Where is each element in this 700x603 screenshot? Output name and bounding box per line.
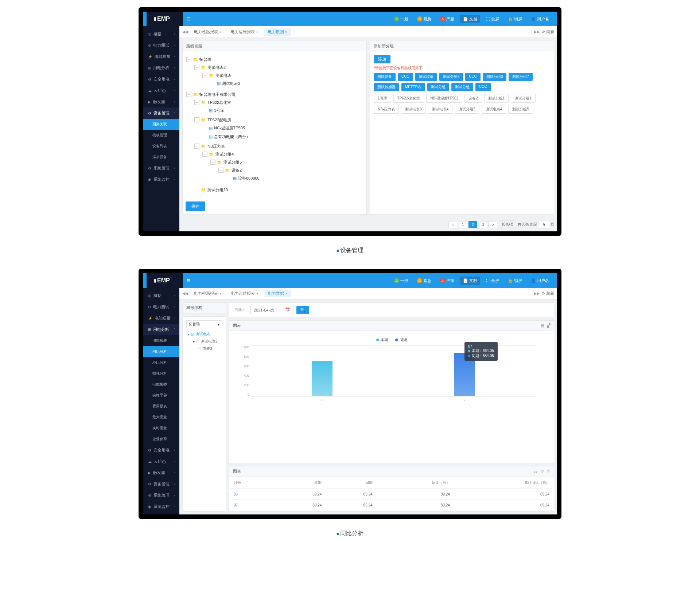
device-tag[interactable]: NB-温湿度TP502 [426,94,462,103]
sidebar-item-电能质量[interactable]: ⚡电能质量‹ [143,51,179,62]
sidebar-subitem-用能报表[interactable]: 用能报表 [143,335,179,346]
goto-page-input[interactable] [539,221,549,228]
device-tag[interactable]: 测试分组7 [509,73,533,81]
tree-node[interactable]: −📁测试电表 [202,72,363,79]
expand-toggle-icon[interactable]: − [186,92,191,97]
tab-电力数据[interactable]: 电力数据× [264,290,291,297]
expand-toggle-icon[interactable]: − [202,73,207,78]
legend-item[interactable]: 本期 [376,337,388,342]
sidebar-subitem-添加设备[interactable]: 添加设备 [143,152,179,163]
device-tag[interactable]: 测试分组 [451,83,473,91]
sidebar-subitem-回路关联[interactable]: 回路关联 [143,119,179,130]
sidebar-subitem-实时需量[interactable]: 实时需量 [143,423,179,434]
tree-node[interactable]: ▤1号库 [202,107,363,114]
close-icon[interactable]: × [219,30,221,34]
sidebar-item-电力测试[interactable]: ⊙电力测试‹ [143,40,179,51]
table-row[interactable]: 0789.2489.2489.2489.24 [230,500,553,510]
device-tag[interactable]: 测试分组5 [455,105,479,114]
tree-node[interactable]: −📁设备2 [218,167,363,174]
alert-level-严重[interactable]: ⚠严重 [437,277,457,285]
device-tag[interactable]: TP622-老化室 [393,94,424,103]
sidebar-item-安全用电[interactable]: ⚙安全用电‹ [143,74,179,85]
tree-node[interactable]: −📁测试分组4 [202,150,363,158]
sidebar-subitem-损耗分析[interactable]: 损耗分析 [143,368,179,379]
alert-level-一般[interactable]: ⚠一般 [391,15,411,23]
tabs-next-icon[interactable]: ▶▶ [534,30,540,34]
topbar-action-全屏[interactable]: ⛶全屏 [483,277,502,285]
tabs-next-icon[interactable]: ▶▶ [534,291,540,296]
tabs-prev-icon[interactable]: ◀◀ [182,30,188,34]
topbar-action-全屏[interactable]: ⛶全屏 [483,15,502,23]
device-tag[interactable]: 测试分组 [427,83,449,91]
sidebar-subitem-设备列表[interactable]: 设备列表 [143,141,179,152]
tree-node[interactable]: −📁测试分组5 [210,158,363,166]
topbar-action-锁屏[interactable]: 🔒锁屏 [505,15,525,23]
topbar-action-锁屏[interactable]: 🔒锁屏 [505,277,525,285]
expand-toggle-icon[interactable]: − [194,100,199,105]
tree-node[interactable]: 📁测试分组10 [194,186,363,193]
sidebar-item-概括[interactable]: ◎概括‹ [143,28,179,40]
device-tag[interactable]: 测试分组5 [508,105,533,114]
settings-icon[interactable]: ⚙ [540,469,544,474]
tab-电力运维报表[interactable]: 电力运维报表× [227,290,262,297]
expand-toggle-icon[interactable]: − [194,144,199,149]
sidebar-subitem-同比分析[interactable]: 同比分析 [143,346,179,357]
tab-电力数据[interactable]: 电力数据× [264,28,291,36]
tree-node[interactable]: −📁拓普瑞电子有限公司 [186,91,363,98]
sidebar-subitem-模板管理[interactable]: 模板管理 [143,130,179,141]
expand-toggle-icon[interactable]: − [194,65,199,70]
sidebar-item-云组态[interactable]: ☁云组态‹ [143,456,179,467]
checkbox-icon[interactable]: ☐ [196,340,199,344]
device-tag[interactable]: CCC [465,73,481,81]
close-icon[interactable]: × [285,292,287,295]
close-icon[interactable]: × [256,30,258,34]
sidebar-item-触发器[interactable]: ▶触发器‹ [143,467,179,478]
expand-toggle-icon[interactable]: − [210,160,215,165]
page-number-button[interactable]: 3 [479,221,487,228]
menu-toggle-icon[interactable]: ≡ [187,15,191,23]
sidebar-subitem-企业负荷[interactable]: 企业负荷 [143,434,179,445]
sidebar-item-电能质量[interactable]: ⚡电能质量‹ [143,313,179,324]
save-button[interactable]: 保存 [186,201,205,211]
sidebar-item-用电分析[interactable]: ⊞用电分析‹ [143,62,179,74]
topbar-action-文档[interactable]: 📄文档 [460,15,480,23]
expand-toggle-icon[interactable]: − [218,168,223,173]
alert-level-紧急[interactable]: ⚠紧急 [414,277,434,285]
tree-item-电表3[interactable]: ☐ 电表3 [186,345,222,352]
tab-电力检温报表[interactable]: 电力检温报表× [190,290,225,297]
tree-node[interactable]: −📁测试电表2 [194,64,363,71]
topbar-action-文档[interactable]: 📄文档 [460,277,480,285]
page-number-button[interactable]: 1 [459,221,467,228]
topbar-action-用户名[interactable]: 👤用户名 [528,277,552,285]
sidebar-item-系统监控[interactable]: ◉系统监控‹ [143,501,179,512]
table-columns-icon[interactable]: ☷ [534,469,537,474]
export-icon[interactable]: ⇱ [547,469,550,474]
page-prev-button[interactable]: < [448,221,457,228]
device-tag[interactable]: NB-压力表 [374,105,399,114]
device-tag[interactable]: 测试电表4 [428,105,453,114]
device-tag[interactable]: 测试设备 [374,73,396,81]
device-tag[interactable]: 测试分组1 [511,94,536,103]
tree-node[interactable]: −📁NB压力表 [194,142,363,150]
tree-item-测试电表2[interactable]: ▾☐ 测试电表2 [186,338,222,345]
tree-node[interactable]: ▤总有功电能（两台） [202,133,363,140]
page-number-button[interactable]: 2 [468,221,477,228]
root-selector[interactable]: 拓普瑞▾ [186,320,222,328]
sidebar-subitem-环比分析[interactable]: 环比分析 [143,357,179,368]
device-tag[interactable]: 测试电表4 [482,105,506,114]
alert-level-严重[interactable]: ⚠严重 [437,15,457,23]
date-input[interactable]: 2021-04-29 📅 [250,306,293,314]
sidebar-item-系统管理[interactable]: ⚙系统管理‹ [143,490,179,501]
tree-node[interactable]: ▤NC-温湿度TP505 [202,124,363,132]
device-tag[interactable]: CCC [475,83,491,91]
device-tag[interactable]: 测试电表3 [401,105,426,114]
sidebar-item-用电分析[interactable]: ⊞用电分析˅ [143,324,179,335]
tree-node[interactable]: ▤测试电表3 [210,80,363,87]
line-chart-icon[interactable]: ▞ [547,323,550,328]
refresh-button[interactable]: ⟳ 刷新 [542,291,554,296]
tabs-prev-icon[interactable]: ◀◀ [182,291,188,296]
sidebar-item-设备管理[interactable]: ⚙设备管理˅ [143,107,179,119]
expand-toggle-icon[interactable]: − [202,152,207,157]
expand-toggle-icon[interactable]: − [194,117,199,122]
device-tag[interactable]: 测试分组1 [484,94,509,103]
